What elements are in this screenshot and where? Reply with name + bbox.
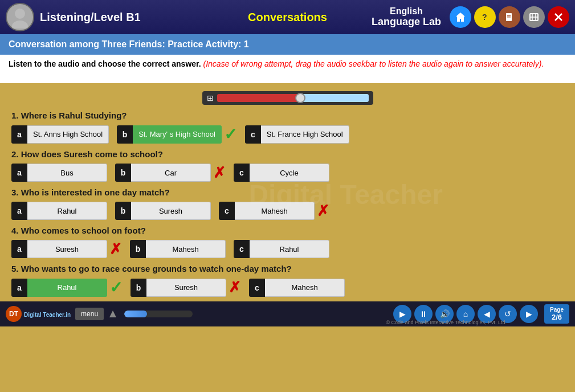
page-label: Page (550, 307, 564, 313)
svg-rect-4 (507, 15, 511, 16)
option-2-c[interactable]: cCycle (234, 164, 329, 182)
question-text-2: 2. How does Suresh come to school? (11, 149, 564, 159)
audio-seekbar-container: ⊞ (11, 91, 564, 105)
option-2-b[interactable]: bCar✗ (115, 164, 226, 182)
answer-row-5: aRahul✓bSuresh✗cMahesh (11, 278, 564, 297)
question-text-1: 1. Where is Rahul Studying? (11, 111, 564, 120)
option-letter-4-a: a (11, 240, 27, 258)
check-icon: ✓ (109, 278, 123, 297)
cross-icon: ✗ (229, 279, 241, 296)
audio-icon: ⊞ (207, 93, 214, 103)
svg-point-1 (12, 21, 28, 28)
option-text-3-a: Rahul (27, 202, 107, 220)
option-letter-1-b: b (117, 125, 133, 144)
option-text-1-b: St. Mary' s High School (133, 125, 222, 144)
option-letter-5-a: a (11, 279, 27, 297)
option-1-c[interactable]: cSt. France High School (245, 125, 349, 144)
option-1-a[interactable]: aSt. Anns High School (11, 125, 109, 144)
footer-copyright: © Code and Pixels Interactive Technologi… (386, 320, 507, 325)
option-letter-3-b: b (115, 202, 131, 220)
footer-logo-icon: DT (6, 306, 22, 322)
book-icon-btn[interactable] (499, 6, 520, 28)
seekbar-thumb[interactable] (295, 93, 305, 103)
svg-rect-5 (507, 17, 511, 18)
option-text-2-a: Bus (27, 164, 107, 182)
close-icon-btn[interactable] (548, 6, 569, 28)
help-icon-btn[interactable]: ? (474, 6, 496, 28)
footer-logo-sub: .in (64, 312, 71, 318)
option-text-2-b: Car (131, 164, 211, 182)
option-letter-3-c: c (219, 202, 235, 220)
share-icon-btn[interactable] (523, 6, 545, 28)
answer-row-1: aSt. Anns High SchoolbSt. Mary' s High S… (11, 125, 564, 144)
option-5-b[interactable]: bSuresh✗ (131, 279, 241, 297)
footer: DT Digital Teacher.in menu ▶ ⏸ 🔊 ⌂ ◀ ↺ ▶… (0, 301, 575, 326)
cross-icon: ✗ (317, 202, 329, 220)
option-letter-2-a: a (11, 164, 27, 182)
instruction-italic: (Incase of wrong attempt, drag the audio… (203, 59, 544, 68)
option-letter-1-a: a (11, 125, 27, 144)
question-text-4: 4. Who comes to school on foot? (11, 226, 564, 235)
answer-row-2: aBusbCar✗cCycle (11, 164, 564, 182)
answer-row-4: aSuresh✗bMaheshcRahul (11, 240, 564, 258)
option-letter-1-c: c (245, 125, 261, 144)
option-text-5-a: Rahul (27, 279, 107, 297)
question-1: 1. Where is Rahul Studying?aSt. Anns Hig… (11, 111, 564, 144)
footer-progress-fill (124, 311, 147, 317)
option-letter-2-c: c (234, 164, 250, 182)
option-text-5-c: Mahesh (265, 279, 345, 297)
option-letter-4-c: c (234, 240, 250, 258)
option-3-c[interactable]: cMahesh✗ (219, 202, 329, 220)
option-text-5-b: Suresh (146, 279, 226, 297)
option-letter-3-a: a (11, 202, 27, 220)
option-text-2-c: Cycle (250, 164, 329, 182)
footer-logo-text: Digital Teacher.in (24, 309, 71, 318)
option-text-3-b: Suresh (131, 202, 211, 220)
instruction-bar: Listen to the audio and choose the corre… (0, 55, 575, 84)
subtitle-text: Conversation among Three Friends: Practi… (9, 39, 249, 50)
option-3-b[interactable]: bSuresh (115, 202, 211, 220)
option-text-3-c: Mahesh (235, 202, 315, 220)
footer-logo: DT Digital Teacher.in (6, 306, 71, 322)
header-right: English Language Lab ? (372, 6, 569, 28)
question-5: 5. Who wants to go to race course ground… (11, 264, 564, 297)
conversations-label: Conversations (248, 11, 327, 24)
seekbar-wrapper[interactable]: ⊞ (202, 91, 373, 105)
option-text-1-c: St. France High School (261, 125, 349, 144)
option-4-b[interactable]: bMahesh (130, 240, 226, 258)
option-4-c[interactable]: cRahul (234, 240, 329, 258)
question-text-5: 5. Who wants to go to race course ground… (11, 264, 564, 273)
svg-point-0 (15, 9, 25, 19)
option-text-4-c: Rahul (250, 240, 329, 258)
avatar (6, 3, 34, 31)
option-4-a[interactable]: aSuresh✗ (11, 240, 122, 258)
svg-text:?: ? (482, 13, 487, 22)
home-icon-btn[interactable] (450, 6, 471, 28)
option-letter-5-c: c (249, 279, 265, 297)
option-text-1-a: St. Anns High School (27, 125, 109, 144)
question-3: 3. Who is interested in one day match?aR… (11, 187, 564, 220)
check-icon: ✓ (224, 125, 237, 144)
option-3-a[interactable]: aRahul (11, 202, 107, 220)
option-1-b[interactable]: bSt. Mary' s High School✓ (117, 125, 237, 144)
instruction-main: Listen to the audio and choose the corre… (9, 59, 201, 68)
question-4: 4. Who comes to school on foot?aSuresh✗b… (11, 226, 564, 258)
main-content: Digital Teacher ⊞ 1. Where is Rahul Stud… (0, 91, 575, 297)
option-2-a[interactable]: aBus (11, 164, 107, 182)
option-letter-5-b: b (131, 279, 146, 297)
option-text-4-b: Mahesh (146, 240, 226, 258)
option-text-4-a: Suresh (27, 240, 107, 258)
cross-icon: ✗ (109, 240, 122, 258)
footer-progress-bar (124, 311, 193, 317)
question-2: 2. How does Suresh come to school?aBusbC… (11, 149, 564, 182)
option-5-a[interactable]: aRahul✓ (11, 278, 123, 297)
option-letter-4-b: b (130, 240, 146, 258)
header: Listening/Level B1 Conversations English… (0, 0, 575, 34)
brand: English Language Lab (372, 6, 441, 27)
subtitle-bar: Conversation among Three Friends: Practi… (0, 34, 575, 55)
menu-button[interactable]: menu (75, 308, 104, 320)
option-5-c[interactable]: cMahesh (249, 279, 345, 297)
cross-icon: ✗ (213, 164, 226, 182)
seekbar-track[interactable] (217, 94, 369, 102)
next-button[interactable]: ▶ (520, 305, 538, 323)
